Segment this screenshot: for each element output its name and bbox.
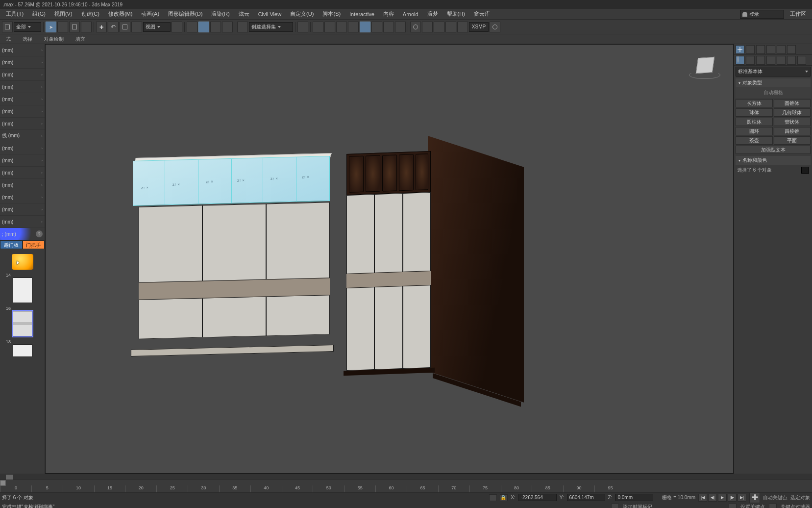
render-last-button[interactable] — [457, 22, 468, 32]
menu-group[interactable]: 组(G) — [28, 9, 49, 19]
setkey-label[interactable]: 设置关键点 — [740, 504, 765, 508]
percent-snap-button[interactable] — [210, 22, 221, 32]
hierarchy-tab-icon[interactable] — [756, 45, 765, 54]
layers-button[interactable] — [324, 22, 335, 32]
goto-start-button[interactable]: |◀ — [698, 494, 707, 502]
rotate-button[interactable] — [108, 22, 119, 32]
scope-dropdown[interactable]: 全部 — [14, 22, 41, 32]
mirror-button[interactable] — [297, 22, 308, 32]
textplus-button[interactable]: 加强型文本 — [736, 146, 811, 154]
menu-modifiers[interactable]: 修改器(M) — [104, 9, 137, 19]
box-button[interactable]: 长方体 — [736, 99, 773, 107]
ribbon-tab-mode[interactable]: 式 — [0, 36, 17, 43]
left-item[interactable]: (mm)› — [0, 142, 45, 154]
time-ruler[interactable]: 0 5 10 15 20 25 30 35 40 45 50 55 60 65 … — [0, 485, 626, 492]
torus-button[interactable]: 圆环 — [736, 127, 773, 135]
render-cloud-button[interactable] — [445, 22, 456, 32]
time-tag-icon[interactable] — [611, 504, 619, 508]
sphere-button[interactable]: 球体 — [736, 108, 773, 117]
render-production-button[interactable] — [410, 22, 421, 32]
left-item[interactable]: (mm)› — [0, 69, 45, 81]
tube-button[interactable]: 管状体 — [774, 118, 811, 126]
left-item[interactable]: (mm)› — [0, 216, 45, 228]
toolbar-file-icon[interactable] — [2, 22, 13, 32]
pyramid-button[interactable]: 四棱锥 — [774, 127, 811, 135]
left-item[interactable]: (mm)› — [0, 167, 45, 179]
motion-tab-icon[interactable] — [766, 45, 775, 54]
key-filter-icon[interactable] — [769, 504, 777, 508]
select-region-rect-button[interactable] — [69, 22, 80, 32]
help-icon[interactable]: ? — [36, 230, 43, 237]
left-item[interactable]: (mm)› — [0, 191, 45, 203]
display-tab-icon[interactable] — [777, 45, 786, 54]
teapot-button[interactable]: 茶壶 — [736, 136, 773, 145]
key-mode-icon[interactable] — [729, 504, 737, 508]
menu-interactive[interactable]: Interactive — [345, 10, 378, 18]
x-input[interactable]: -2262.564 — [518, 494, 557, 501]
left-item[interactable]: (mm)› — [0, 179, 45, 191]
left-item[interactable]: ; (mm)? — [0, 228, 45, 240]
placement-button[interactable] — [131, 22, 142, 32]
menu-xuanyun[interactable]: 炫云 — [235, 9, 253, 19]
set-key-button[interactable]: ✚ — [749, 492, 760, 503]
snap-toggle-button[interactable] — [187, 22, 197, 32]
tab-handle[interactable]: 门把手 — [23, 240, 45, 249]
left-item[interactable]: (mm)› — [0, 44, 45, 56]
select-name-button[interactable] — [57, 22, 68, 32]
selected-obj-label[interactable]: 选定对象 — [790, 494, 810, 501]
xsmp-button[interactable]: XSMP — [469, 22, 489, 32]
object-type-rollout[interactable]: 对象类型 — [736, 78, 811, 87]
modify-tab-icon[interactable] — [746, 45, 755, 54]
left-item[interactable]: (mm)› — [0, 154, 45, 167]
menu-yaoyunku[interactable]: 窗云库 — [470, 9, 494, 19]
menu-help[interactable]: 帮助(H) — [443, 9, 469, 19]
menu-scripting[interactable]: 脚本(S) — [319, 9, 344, 19]
angle-snap-button[interactable] — [198, 22, 209, 32]
menu-graph-editors[interactable]: 图形编辑器(D) — [164, 9, 206, 19]
shapes-icon[interactable] — [746, 56, 755, 65]
menu-render[interactable]: 渲染(R) — [207, 9, 233, 19]
create-tab-icon[interactable] — [736, 45, 744, 54]
autogrid-checkbox[interactable]: 自动栅格 — [736, 87, 811, 98]
timeline[interactable]: 0 5 10 15 20 25 30 35 40 45 50 55 60 65 … — [0, 480, 812, 492]
edit-named-sel-button[interactable] — [237, 22, 248, 32]
ref-coord-dropdown[interactable]: 视图 — [143, 22, 171, 32]
isolate-button[interactable] — [489, 494, 497, 501]
menu-tools[interactable]: 工具(T) — [2, 9, 27, 19]
play-button[interactable]: ▶ — [718, 494, 727, 502]
left-item[interactable]: (mm)› — [0, 93, 45, 105]
render-iterative-button[interactable] — [422, 22, 433, 32]
perspective-viewport[interactable]: z↑ × z↑ × z↑ × z↑ × z↑ × z↑ × — [45, 44, 734, 474]
align-button[interactable] — [313, 22, 323, 32]
geometry-icon[interactable] — [736, 56, 744, 65]
menu-arnold[interactable]: Arnold — [399, 10, 422, 18]
timeline-scrollbar[interactable] — [0, 474, 812, 480]
cylinder-button[interactable]: 圆柱体 — [736, 118, 773, 126]
scrollbar-thumb[interactable] — [6, 475, 13, 480]
move-button[interactable] — [96, 22, 107, 32]
rendered-frame-button[interactable] — [395, 22, 406, 32]
cone-button[interactable]: 圆锥体 — [774, 99, 811, 107]
plane-button[interactable]: 平面 — [774, 136, 811, 145]
thumbnail-item[interactable]: 14 — [1, 273, 44, 303]
systems-icon[interactable] — [797, 56, 806, 65]
menu-customize[interactable]: 自定义(U) — [286, 9, 318, 19]
curve-editor-button[interactable] — [348, 22, 359, 32]
lock-button[interactable] — [500, 494, 508, 501]
named-selection-dropdown[interactable]: 创建选择集 — [249, 22, 293, 32]
ribbon-tab-select[interactable]: 选择 — [17, 36, 38, 43]
utilities-tab-icon[interactable] — [787, 45, 796, 54]
next-frame-button[interactable]: |▶ — [728, 494, 737, 502]
spinner-snap-button[interactable] — [222, 22, 233, 32]
left-item[interactable]: 线 (mm)› — [0, 130, 45, 142]
z-input[interactable]: 0.0mm — [615, 494, 653, 501]
settings-gear-button[interactable] — [490, 22, 500, 32]
left-item[interactable]: (mm)› — [0, 105, 45, 118]
menu-view[interactable]: 视图(V) — [50, 9, 76, 19]
left-item[interactable]: (mm)› — [0, 203, 45, 216]
layer-explorer-button[interactable] — [336, 22, 347, 32]
lights-icon[interactable] — [756, 56, 765, 65]
thumbnail-item[interactable]: 16 — [1, 306, 44, 336]
workspace-label[interactable]: 工作区 — [786, 9, 810, 19]
ribbon-tab-fill[interactable]: 填充 — [70, 36, 91, 43]
